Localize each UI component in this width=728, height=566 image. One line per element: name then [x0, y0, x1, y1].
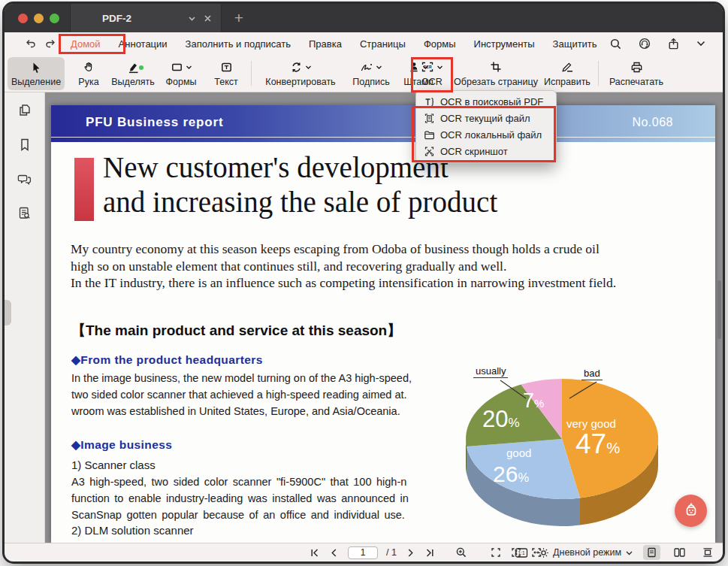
page-number-input[interactable] — [348, 546, 378, 559]
traffic-lights — [18, 14, 59, 23]
subsection-paragraph: A3 high-speed, two sided color scanner "… — [71, 474, 409, 523]
menu-tab-forms[interactable]: Формы — [415, 38, 465, 50]
tool-highlight[interactable]: Выделять — [110, 55, 156, 92]
pdf-page: PFU Business report No.068 New customer'… — [51, 105, 715, 543]
menubar: Домой Аннотации Заполнить и подписать Пр… — [5, 32, 723, 55]
first-page-button[interactable] — [309, 547, 320, 558]
menu-item-ocr-screenshot[interactable]: OCR скриншот — [416, 143, 556, 159]
pie-percent-label: 26% — [493, 462, 529, 487]
menu-item-ocr-local-file[interactable]: OCR локальный файл — [416, 126, 556, 143]
continuous-scroll-view-button[interactable] — [699, 545, 717, 560]
ocr-dropdown-menu: OCR в поисковый PDF OCR текущий файл OCR… — [415, 90, 557, 163]
menu-tab-tools[interactable]: Инструменты — [465, 38, 544, 50]
next-page-button[interactable] — [405, 547, 416, 558]
support-icon[interactable] — [638, 37, 651, 50]
sun-icon — [538, 547, 549, 558]
minimize-traffic-light[interactable] — [34, 14, 44, 23]
banner-number: No.068 — [632, 116, 673, 129]
bookmark-icon[interactable] — [18, 138, 32, 152]
banner-title: PFU Business report — [86, 115, 223, 130]
menu-tab-protect[interactable]: Защитить — [544, 38, 606, 50]
tool-print[interactable]: Распечатать — [603, 55, 670, 92]
cursor-icon — [30, 60, 42, 74]
status-dot — [139, 65, 143, 70]
content-area: PFU Business report No.068 New customer'… — [5, 92, 723, 543]
tool-ocr[interactable]: OCR OCR — [412, 55, 452, 92]
single-page-view-button[interactable] — [643, 545, 660, 560]
text-icon — [220, 60, 233, 74]
pie-percent-label: 20% — [482, 406, 520, 433]
robot-assistant-button[interactable] — [675, 495, 707, 527]
chevron-down-icon[interactable] — [188, 14, 196, 23]
view-mode-dropdown[interactable]: Дневной режим — [538, 547, 633, 558]
undo-button[interactable] — [24, 38, 36, 50]
screenshot-icon — [424, 146, 435, 157]
tool-convert[interactable]: Конвертировать — [257, 55, 344, 92]
tool-select[interactable]: Выделение — [8, 57, 65, 90]
slice-label-good: good — [506, 446, 531, 459]
two-page-view-button[interactable] — [670, 545, 689, 560]
headline-accent-bar — [74, 158, 94, 221]
close-traffic-light[interactable] — [18, 14, 28, 23]
tab-title: PDF-2 — [102, 13, 131, 24]
intro-paragraph: My country economy at this season keeps … — [71, 241, 616, 292]
last-page-button[interactable] — [424, 547, 436, 558]
previous-page-button[interactable] — [328, 547, 340, 558]
new-tab-button[interactable]: + — [222, 4, 256, 32]
pie-percent-label: 47% — [575, 428, 620, 460]
thumbnails-icon[interactable] — [17, 103, 32, 117]
callout-usually: usually — [473, 365, 508, 378]
pie-chart: usually bad very good good 47%26%20%7% — [457, 359, 678, 536]
shapes-icon — [171, 61, 183, 74]
svg-text:OCR: OCR — [423, 65, 432, 69]
tool-text[interactable]: Текст — [206, 55, 246, 92]
menu-tab-fill-sign[interactable]: Заполнить и подписать — [177, 38, 300, 50]
sidebar-collapse-handle[interactable] — [5, 300, 11, 325]
toolbar-separator — [251, 61, 252, 86]
statusbar: / 1 1:1 — [5, 543, 723, 561]
page-total-label: / 1 — [386, 547, 397, 558]
menu-tab-home[interactable]: Домой — [62, 38, 110, 50]
close-tab-icon[interactable] — [204, 14, 212, 23]
menu-item-ocr-searchable-pdf[interactable]: OCR в поисковый PDF — [416, 93, 556, 110]
zoom-traffic-light[interactable] — [50, 14, 59, 23]
tool-fix[interactable]: Исправить — [539, 55, 595, 92]
tool-crop-page[interactable]: Обрезать страницу — [453, 55, 539, 92]
plus-icon: + — [234, 9, 243, 27]
document-banner: PFU Business report No.068 — [51, 105, 715, 142]
search-icon[interactable] — [609, 38, 622, 50]
comments-icon[interactable] — [17, 172, 32, 186]
vertical-scrollbar[interactable] — [717, 280, 721, 339]
text-cursor-icon — [424, 96, 435, 107]
subsection-title-image-business: ◆Image business — [71, 438, 172, 452]
app-window: PDF-2 + Домой Аннотации — [5, 4, 723, 561]
pie-chart-canvas — [457, 359, 678, 536]
hand-icon — [83, 60, 95, 74]
search-document-icon[interactable] — [17, 206, 32, 220]
printer-icon — [630, 60, 643, 74]
zoom-in-icon[interactable] — [455, 546, 467, 558]
list-item-dlm-scanner: 2) DLM solution scanner — [71, 522, 194, 539]
menu-item-ocr-current-file[interactable]: OCR текущий файл — [416, 110, 556, 126]
chevron-down-icon[interactable] — [696, 38, 706, 49]
menu-tab-edit[interactable]: Правка — [300, 38, 351, 50]
actual-size-icon[interactable]: 1:1 — [515, 547, 528, 558]
edit-pencil-icon — [560, 60, 574, 74]
redo-button[interactable] — [45, 38, 57, 50]
scan-document-icon — [424, 113, 435, 124]
toolbar-separator — [598, 61, 599, 86]
document-tab[interactable]: PDF-2 — [70, 4, 222, 32]
list-item-scanner-class: 1) Scanner class — [71, 457, 156, 474]
ocr-icon: OCR — [421, 61, 434, 73]
share-icon[interactable] — [667, 38, 680, 50]
fit-page-icon[interactable] — [490, 546, 502, 558]
menu-tab-pages[interactable]: Страницы — [351, 38, 415, 50]
convert-icon — [290, 61, 303, 74]
robot-icon — [681, 501, 701, 521]
crop-icon — [490, 60, 502, 74]
tool-signature[interactable]: Подпись — [347, 55, 395, 92]
menu-tab-annotations[interactable]: Аннотации — [110, 38, 177, 50]
pie-percent-label: 7% — [523, 389, 544, 413]
tool-shapes[interactable]: Формы — [158, 55, 204, 92]
tool-hand[interactable]: Рука — [69, 55, 108, 92]
